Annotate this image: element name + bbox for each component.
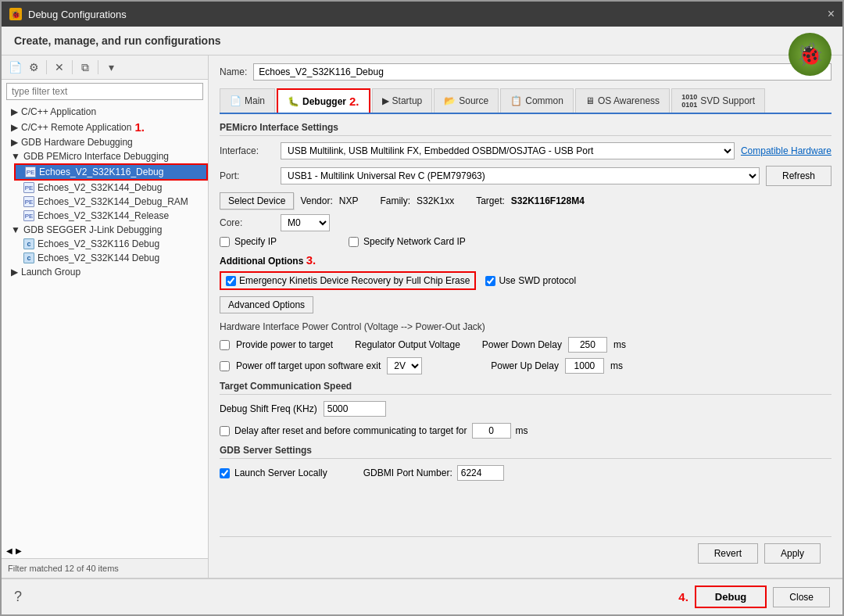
toolbar-separator-2 bbox=[72, 60, 73, 74]
advanced-options-button[interactable]: Advanced Options bbox=[220, 296, 313, 313]
dialog-icon: 🐞 bbox=[9, 8, 22, 20]
delete-button[interactable]: ✕ bbox=[51, 59, 68, 76]
gdb-title: GDB Server Settings bbox=[220, 445, 831, 459]
emergency-checkbox[interactable] bbox=[226, 276, 236, 286]
tree-item-gdb-hw[interactable]: ▶ GDB Hardware Debugging bbox=[2, 135, 208, 149]
pemicro-children: PE Echoes_V2_S32K116_Debug PE Echoes_V2_… bbox=[2, 163, 208, 223]
tree-item-gdb-segger[interactable]: ▼ GDB SEGGER J-Link Debugging bbox=[2, 223, 208, 237]
power-up-delay-input[interactable] bbox=[565, 358, 604, 374]
family-value: S32K1xx bbox=[417, 195, 454, 206]
gdb-section: GDB Server Settings Launch Server Locall… bbox=[220, 445, 831, 481]
specify-ip-checkbox[interactable] bbox=[220, 237, 230, 247]
power-off-row: Power off target upon software exit 2V P… bbox=[220, 357, 831, 374]
tree-item-echoes-v2-144-debug[interactable]: PE Echoes_V2_S32K144_Debug bbox=[14, 181, 208, 195]
select-device-button[interactable]: Select Device bbox=[220, 192, 294, 210]
name-input[interactable] bbox=[253, 63, 831, 81]
close-button[interactable]: Close bbox=[773, 587, 830, 607]
launch-server-checkbox[interactable] bbox=[220, 468, 230, 478]
name-label: Name: bbox=[220, 66, 247, 77]
duplicate-button[interactable]: ⧉ bbox=[77, 59, 94, 76]
startup-tab-label: Startup bbox=[392, 95, 423, 106]
delay-checkbox[interactable] bbox=[220, 426, 230, 436]
help-button[interactable]: ? bbox=[14, 589, 22, 605]
tab-common[interactable]: 📋 Common bbox=[500, 88, 574, 113]
power-off-label: Power off target upon software exit bbox=[236, 360, 381, 371]
bug-decoration-icon: 🐞 bbox=[789, 33, 831, 76]
tree-item-gdb-pemicro[interactable]: ▼ GDB PEMicro Interface Debugging bbox=[2, 149, 208, 163]
tab-svd[interactable]: 10100101 SVD Support bbox=[671, 88, 765, 113]
revert-button[interactable]: Revert bbox=[698, 543, 758, 564]
target-label: Target: bbox=[476, 195, 505, 206]
footer-right: 4. Debug Close bbox=[678, 586, 830, 608]
tree-item-echoes-v2-144-debug-ram[interactable]: PE Echoes_V2_S32K144_Debug_RAM bbox=[14, 195, 208, 209]
main-tab-label: Main bbox=[245, 95, 265, 106]
os-tab-label: OS Awareness bbox=[598, 95, 660, 106]
new-config-type-button[interactable]: ⚙ bbox=[25, 59, 42, 76]
additional-options-section: Additional Options 3. Emergency Kinetis … bbox=[220, 253, 831, 313]
interface-select[interactable]: USB Multilink, USB Multilink FX, Embedde… bbox=[281, 142, 735, 159]
emergency-row: Emergency Kinetis Device Recovery by Ful… bbox=[220, 271, 831, 290]
ms1: ms bbox=[613, 339, 626, 350]
tab-main[interactable]: 📄 Main bbox=[220, 88, 275, 113]
pe-icon-3: PE bbox=[23, 196, 34, 207]
filter-input[interactable] bbox=[6, 83, 203, 100]
swd-container: Use SWD protocol bbox=[485, 275, 576, 286]
power-off-checkbox[interactable] bbox=[220, 361, 230, 371]
interface-row: Interface: USB Multilink, USB Multilink … bbox=[220, 142, 831, 159]
refresh-button[interactable]: Refresh bbox=[766, 166, 831, 186]
debug-shift-input[interactable] bbox=[324, 401, 386, 417]
delay-input[interactable] bbox=[472, 423, 511, 439]
use-swd-label: Use SWD protocol bbox=[499, 275, 576, 286]
power-section: Hardware Interface Power Control (Voltag… bbox=[220, 321, 831, 374]
toolbar-separator-3 bbox=[98, 60, 98, 74]
echoes-144-debug-label: Echoes_V2_S32K144_Debug bbox=[38, 182, 162, 193]
c-icon-2: c bbox=[23, 252, 34, 263]
dropdown-button[interactable]: ▾ bbox=[102, 59, 120, 76]
gdb-pemicro-label: GDB PEMicro Interface Debugging bbox=[23, 151, 169, 162]
gdb-hw-label: GDB Hardware Debugging bbox=[21, 137, 133, 148]
compatible-hardware-link[interactable]: Compatible Hardware bbox=[741, 145, 831, 156]
vendor-value: NXP bbox=[339, 195, 359, 206]
tab-os-awareness[interactable]: 🖥 OS Awareness bbox=[575, 88, 670, 113]
speed-section: Target Communication Speed Debug Shift F… bbox=[220, 381, 831, 439]
tree-item-cpp-app[interactable]: ▶ C/C++ Application bbox=[2, 105, 208, 119]
svd-tab-label: SVD Support bbox=[700, 95, 755, 106]
close-window-button[interactable]: × bbox=[828, 7, 835, 21]
power-target-label: Provide power to target bbox=[236, 339, 333, 350]
tab-source[interactable]: 📂 Source bbox=[434, 88, 499, 113]
debug-button[interactable]: Debug bbox=[695, 586, 767, 608]
ms3: ms bbox=[516, 425, 528, 436]
expand-arrow-3: ▶ bbox=[11, 137, 18, 148]
use-swd-checkbox[interactable] bbox=[485, 276, 495, 286]
common-tab-icon: 📋 bbox=[510, 95, 522, 106]
tree-item-echoes-v2-116-debug[interactable]: PE Echoes_V2_S32K116_Debug bbox=[14, 163, 208, 181]
specify-network-checkbox[interactable] bbox=[349, 237, 359, 247]
core-select[interactable]: M0 bbox=[281, 214, 330, 231]
pe-icon-4: PE bbox=[23, 210, 34, 221]
voltage-select[interactable]: 2V bbox=[387, 357, 422, 374]
common-tab-label: Common bbox=[525, 95, 563, 106]
port-select[interactable]: USB1 - Multilink Universal Rev C (PEM797… bbox=[281, 167, 760, 184]
scroll-right-arrow[interactable]: ▶ bbox=[16, 546, 22, 555]
step4-label: 4. bbox=[678, 590, 688, 603]
power-target-checkbox[interactable] bbox=[220, 340, 230, 350]
title-bar: 🐞 Debug Configurations × bbox=[2, 2, 842, 27]
tree-item-launch-group[interactable]: ▶ Launch Group bbox=[2, 265, 208, 279]
echoes-144-release-label: Echoes_V2_S32K144_Release bbox=[38, 210, 169, 221]
tree-item-echoes-144-debug[interactable]: c Echoes_V2_S32K144 Debug bbox=[14, 251, 208, 265]
new-config-button[interactable]: 📄 bbox=[6, 59, 23, 76]
power-target-row: Provide power to target Regulator Output… bbox=[220, 337, 831, 353]
tree-item-cpp-remote[interactable]: ▶ C/C++ Remote Application 1. bbox=[2, 119, 208, 135]
svd-tab-icon: 10100101 bbox=[681, 93, 697, 109]
expand-arrow-2: ▶ bbox=[11, 122, 18, 133]
scroll-left-arrow[interactable]: ◀ bbox=[6, 546, 13, 555]
tab-startup[interactable]: ▶ Startup bbox=[372, 88, 433, 113]
tree-item-echoes-v2-144-release[interactable]: PE Echoes_V2_S32K144_Release bbox=[14, 209, 208, 223]
apply-button[interactable]: Apply bbox=[764, 543, 821, 564]
tab-debugger[interactable]: 🐛 Debugger 2. bbox=[277, 88, 370, 113]
power-down-delay-input[interactable] bbox=[568, 337, 607, 353]
tab-bar: 📄 Main 🐛 Debugger 2. ▶ Startup 📂 Source bbox=[220, 88, 831, 114]
gdbmi-port-input[interactable] bbox=[457, 465, 504, 481]
tree-item-echoes-116-debug[interactable]: c Echoes_V2_S32K116 Debug bbox=[14, 237, 208, 251]
emergency-label: Emergency Kinetis Device Recovery by Ful… bbox=[239, 275, 470, 286]
